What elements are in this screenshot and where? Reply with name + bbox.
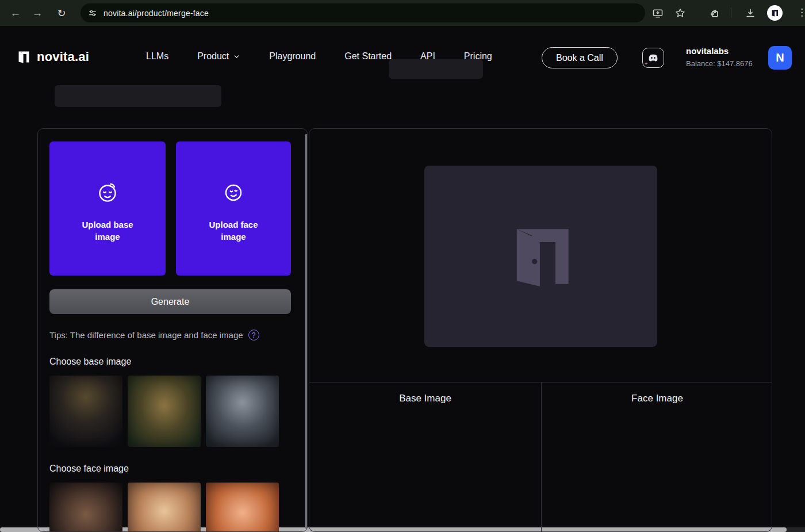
base-thumbnail-2[interactable] bbox=[128, 376, 201, 447]
book-a-call-button[interactable]: Book a Call bbox=[542, 47, 618, 68]
choose-face-image-label: Choose face image bbox=[49, 464, 129, 474]
reload-icon[interactable]: ↻ bbox=[53, 5, 70, 22]
face-thumbnail-3[interactable] bbox=[206, 483, 279, 532]
base-image-thumbnails bbox=[49, 376, 279, 447]
forward-icon[interactable]: → bbox=[29, 5, 46, 22]
face-circle-icon bbox=[219, 178, 248, 207]
preview-horizontal-divider bbox=[309, 382, 772, 382]
nav-api[interactable]: API bbox=[420, 51, 435, 62]
nav-pricing[interactable]: Pricing bbox=[464, 51, 492, 62]
discord-icon bbox=[647, 53, 659, 63]
screen: ← → ↻ novita.ai/product/merge-face bbox=[0, 0, 805, 532]
face-image-thumbnails bbox=[49, 483, 279, 532]
preview-vertical-divider bbox=[541, 382, 542, 532]
bookmark-star-icon[interactable] bbox=[673, 6, 687, 20]
downloads-icon[interactable] bbox=[743, 6, 757, 20]
install-icon[interactable] bbox=[651, 6, 665, 20]
brand-name: novita.ai bbox=[37, 49, 89, 64]
face-thumbnail-1[interactable] bbox=[49, 483, 122, 532]
face-image-section-label: Face Image bbox=[542, 393, 772, 404]
help-icon[interactable]: ? bbox=[248, 330, 259, 340]
chevron-down-icon bbox=[233, 53, 240, 60]
upload-base-label: Upload base image bbox=[76, 219, 139, 243]
novita-logo-icon bbox=[16, 49, 31, 64]
upload-base-image-button[interactable]: Upload base image bbox=[49, 141, 166, 275]
upload-face-label: Upload face image bbox=[202, 219, 265, 243]
url-text[interactable]: novita.ai/product/merge-face bbox=[103, 9, 209, 18]
panel-scrollbar[interactable] bbox=[305, 134, 308, 529]
discord-button[interactable]: + bbox=[642, 48, 664, 68]
face-outline-icon bbox=[93, 178, 122, 207]
nav-get-started[interactable]: Get Started bbox=[344, 51, 392, 62]
profile-avatar[interactable] bbox=[767, 5, 783, 21]
base-image-section-label: Base Image bbox=[309, 393, 541, 404]
nav-playground[interactable]: Playground bbox=[269, 51, 316, 62]
account-balance: Balance: $147.8676 bbox=[686, 59, 753, 68]
browser-toolbar: ← → ↻ novita.ai/product/merge-face bbox=[0, 0, 805, 26]
upload-face-image-button[interactable]: Upload face image bbox=[176, 141, 291, 275]
discord-plus-icon: + bbox=[645, 61, 647, 67]
site-settings-icon[interactable] bbox=[88, 9, 97, 18]
novita-placeholder-icon bbox=[504, 219, 578, 294]
nav-llms[interactable]: LLMs bbox=[146, 51, 168, 62]
result-placeholder bbox=[424, 166, 657, 347]
base-thumbnail-3[interactable] bbox=[206, 376, 279, 447]
extensions-icon[interactable] bbox=[707, 6, 721, 20]
main-nav: LLMs Product Playground Get Started API … bbox=[146, 51, 492, 62]
back-icon[interactable]: ← bbox=[7, 5, 24, 22]
account-avatar[interactable]: N bbox=[768, 46, 792, 70]
account-name: novitalabs bbox=[686, 46, 729, 56]
toolbar-divider bbox=[731, 7, 731, 18]
novita-logo[interactable]: novita.ai bbox=[16, 49, 89, 64]
result-preview-panel: Base Image Face Image bbox=[309, 128, 772, 532]
face-thumbnail-2[interactable] bbox=[128, 483, 201, 532]
chrome-menu-icon[interactable]: ⋮ bbox=[797, 6, 805, 20]
merge-face-controls-panel: Upload base image Upload face image Gene… bbox=[37, 128, 308, 532]
base-thumbnail-1[interactable] bbox=[49, 376, 122, 447]
address-bar[interactable]: novita.ai/product/merge-face bbox=[80, 3, 645, 22]
generate-button[interactable]: Generate bbox=[49, 289, 291, 314]
nav-product[interactable]: Product bbox=[197, 51, 240, 62]
tips-row: Tips: The difference of base image and f… bbox=[49, 330, 259, 340]
site-header: novita.ai LLMs Product Playground Get St… bbox=[0, 26, 805, 90]
tips-text: Tips: The difference of base image and f… bbox=[49, 330, 243, 340]
choose-base-image-label: Choose base image bbox=[49, 357, 131, 367]
